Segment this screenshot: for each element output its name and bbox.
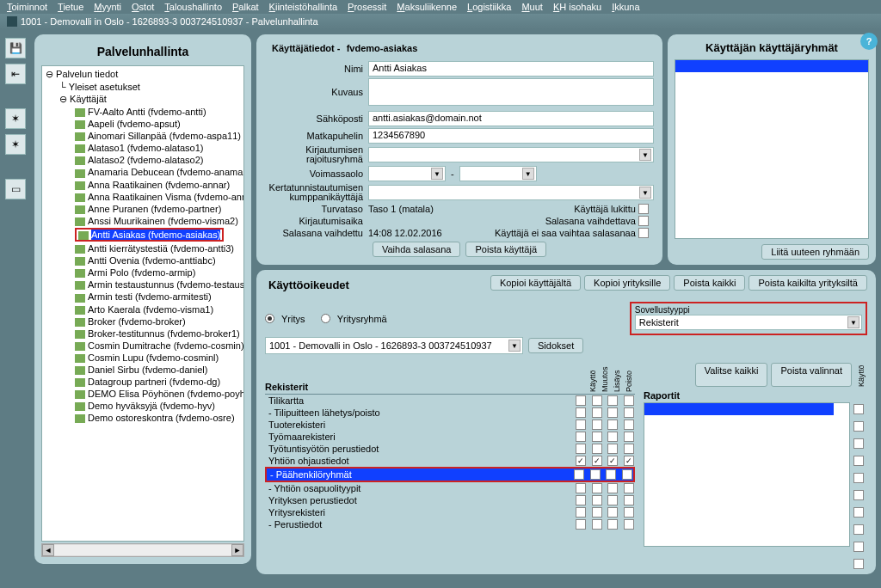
- perm-checkbox[interactable]: [624, 407, 634, 418]
- tree-user-item[interactable]: Alataso2 (fvdemo-alataso2): [44, 154, 242, 166]
- tree-user-item[interactable]: Armi Polo (fvdemo-armip): [44, 266, 242, 279]
- perm-checkbox[interactable]: [592, 444, 602, 454]
- sovellus-select[interactable]: Rekisterit▼: [635, 315, 862, 330]
- user-tree[interactable]: ⊖ Palvelun tiedot└ Yleiset asetukset⊖ Kä…: [41, 65, 244, 542]
- rep-checkbox[interactable]: [853, 438, 864, 449]
- tree-user-item[interactable]: Anne Puranen (fvdemo-partner): [44, 203, 242, 215]
- poista-kaikki-button[interactable]: Poista kaikki: [674, 275, 745, 291]
- perm-checkbox[interactable]: [576, 407, 586, 418]
- tree-user-item[interactable]: Aapeli (fvdemo-apsut): [44, 118, 242, 130]
- perm-checkbox[interactable]: [624, 444, 634, 454]
- menu-item[interactable]: Toiminnot: [7, 2, 47, 12]
- perm-checkbox[interactable]: [622, 469, 632, 480]
- perm-checkbox[interactable]: [624, 483, 634, 493]
- perm-checkbox[interactable]: [592, 483, 602, 493]
- tree-user-item[interactable]: Datagroup partneri (fvdemo-dg): [44, 376, 242, 388]
- chevron-down-icon[interactable]: ▼: [522, 168, 534, 180]
- tool-icon-2[interactable]: ✶: [5, 134, 26, 155]
- check-lukittu[interactable]: [638, 204, 649, 214]
- perm-checkbox[interactable]: [607, 432, 618, 442]
- scroll-left-icon[interactable]: ◄: [42, 544, 54, 556]
- check-vaihdettava[interactable]: [638, 216, 649, 226]
- chevron-down-icon[interactable]: ▼: [508, 340, 521, 352]
- perm-checkbox[interactable]: [607, 507, 618, 518]
- tree-user-item[interactable]: Armin testi (fvdemo-armitesti): [44, 291, 242, 303]
- date-from[interactable]: ▼: [368, 166, 446, 181]
- check-eisaa[interactable]: [638, 228, 649, 238]
- chevron-down-icon[interactable]: ▼: [431, 168, 443, 180]
- rep-checkbox[interactable]: [853, 490, 864, 500]
- reg-row[interactable]: - Yhtiön osapuolityypit: [265, 482, 635, 494]
- rep-checkbox[interactable]: [853, 507, 864, 518]
- perm-checkbox[interactable]: [624, 456, 634, 466]
- input-matkapuhelin[interactable]: 1234567890: [368, 128, 654, 144]
- tool-icon-3[interactable]: ▭: [5, 179, 26, 199]
- raportit-list[interactable]: [644, 402, 850, 547]
- reg-row[interactable]: Tuoterekisteri: [265, 419, 635, 431]
- rep-checkbox[interactable]: [853, 404, 864, 414]
- perm-checkbox[interactable]: [607, 395, 618, 406]
- rep-checkbox[interactable]: [853, 456, 864, 466]
- perm-checkbox[interactable]: [592, 395, 602, 406]
- company-select[interactable]: 1001 - Demovalli in Oslo - 1626893-3 003…: [265, 337, 523, 354]
- tree-user-item[interactable]: Demo ostoreskontra (fvdemo-osre): [44, 412, 242, 424]
- reg-row[interactable]: Tilikartta: [265, 395, 635, 407]
- groups-list-selection[interactable]: [675, 60, 868, 72]
- rep-checkbox[interactable]: [853, 542, 864, 552]
- tree-user-item[interactable]: Armin testaustunnus (fvdemo-testaus): [44, 279, 242, 291]
- perm-checkbox[interactable]: [592, 432, 602, 442]
- perm-checkbox[interactable]: [624, 395, 634, 406]
- menu-item[interactable]: Kiinteistöhallinta: [269, 2, 338, 12]
- rep-checkbox[interactable]: [853, 421, 864, 432]
- reg-row[interactable]: Yrityksen perustiedot: [265, 494, 635, 506]
- tree-scrollbar[interactable]: ◄ ►: [41, 543, 244, 557]
- perm-checkbox[interactable]: [592, 507, 602, 518]
- tree-user-item[interactable]: Antti kierrätystestiä (fvdemo-antti3): [44, 242, 242, 254]
- groups-list[interactable]: [675, 59, 869, 239]
- perm-checkbox[interactable]: [576, 507, 586, 518]
- chevron-down-icon[interactable]: ▼: [847, 316, 859, 328]
- tree-user-item[interactable]: Antti Ovenia (fvdemo-anttiabc): [44, 254, 242, 266]
- reg-row[interactable]: - Tilipuitteen lähetys/poisto: [265, 407, 635, 419]
- perm-checkbox[interactable]: [624, 420, 634, 430]
- menu-item[interactable]: Ikkuna: [612, 2, 639, 12]
- scroll-track[interactable]: [54, 545, 231, 555]
- perm-checkbox[interactable]: [624, 495, 634, 505]
- perm-checkbox[interactable]: [576, 483, 586, 493]
- perm-checkbox[interactable]: [624, 432, 634, 442]
- menu-item[interactable]: Palkat: [232, 2, 259, 12]
- perm-checkbox[interactable]: [607, 495, 618, 505]
- input-nimi[interactable]: Antti Asiakas: [368, 61, 654, 77]
- menu-item[interactable]: Tietue: [58, 2, 83, 12]
- tree-user-item[interactable]: Daniel Sirbu (fvdemo-daniel): [44, 364, 242, 376]
- perm-checkbox[interactable]: [607, 444, 618, 454]
- rep-checkbox[interactable]: [853, 524, 864, 535]
- perm-checkbox[interactable]: [592, 407, 602, 418]
- perm-checkbox[interactable]: [607, 456, 618, 466]
- chevron-down-icon[interactable]: ▼: [639, 187, 651, 199]
- tree-user-item[interactable]: Ainomari Sillanpää (fvdemo-aspa11): [44, 130, 242, 142]
- perm-checkbox[interactable]: [576, 432, 586, 442]
- perm-checkbox[interactable]: [624, 507, 634, 518]
- perm-checkbox[interactable]: [607, 420, 618, 430]
- tree-user-item[interactable]: Alataso1 (fvdemo-alataso1): [44, 142, 242, 154]
- tree-user-item[interactable]: Broker-testitunnus (fvdemo-broker1): [44, 328, 242, 340]
- tree-user-item[interactable]: Cosmin Dumitrache (fvdemo-cosmin): [44, 340, 242, 352]
- menu-item[interactable]: Maksuliikenne: [397, 2, 457, 12]
- reg-row[interactable]: - Päähenkilöryhmät: [265, 467, 635, 482]
- tree-user-item[interactable]: Anamaria Debucean (fvdemo-anamaria): [44, 166, 242, 178]
- tree-user-item[interactable]: Demo hyväksyjä (fvdemo-hyv): [44, 400, 242, 412]
- select-kerta[interactable]: ▼: [368, 185, 654, 200]
- perm-checkbox[interactable]: [606, 469, 616, 480]
- reg-row[interactable]: Työtuntisyötön perustiedot: [265, 443, 635, 455]
- menu-item[interactable]: Myynti: [94, 2, 121, 12]
- perm-checkbox[interactable]: [607, 519, 618, 530]
- menu-item[interactable]: Taloushallinto: [164, 2, 222, 12]
- help-icon[interactable]: ?: [860, 33, 878, 50]
- tree-user-item[interactable]: Anssi Muurikainen (fvdemo-visma2): [44, 215, 242, 227]
- input-sahkoposti[interactable]: antti.asiakas@domain.not: [368, 111, 654, 126]
- reg-row[interactable]: Yhtiön ohjaustiedot: [265, 455, 635, 467]
- menu-item[interactable]: Logistiikka: [467, 2, 511, 12]
- rep-checkbox[interactable]: [853, 473, 864, 483]
- menu-item[interactable]: Prosessit: [348, 2, 386, 12]
